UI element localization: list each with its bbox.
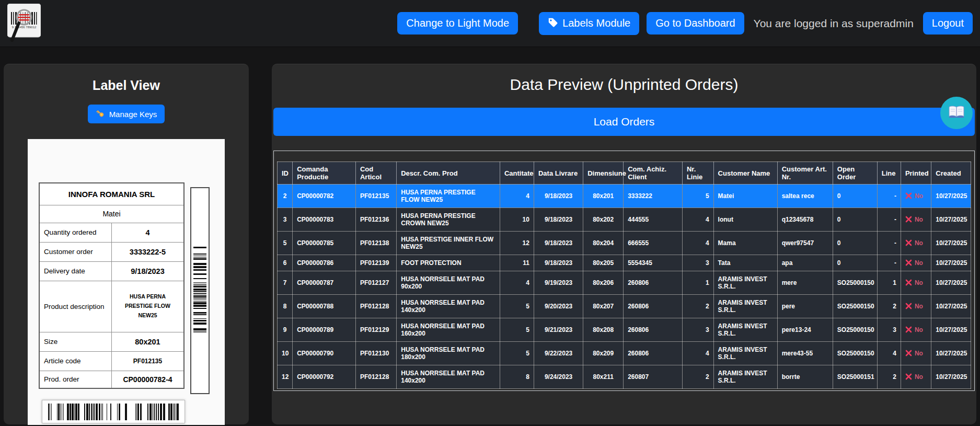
table-row[interactable]: 5CP00000785PF012138HUSA PRESTIGE INNER F… [278,232,971,255]
open-book-icon [948,105,965,121]
cell-cod: PF012128 [355,295,396,318]
laser-lines [18,14,30,21]
printed-status: No [901,255,931,271]
cell-descr: HUSA NORRSELE MAT PAD 140x200 [397,295,500,318]
x-icon [905,303,912,310]
cell-com_achiz: 5554345 [624,255,683,271]
cell-cod: PF012136 [355,208,396,232]
manage-keys-button[interactable]: Manage Keys [88,105,165,123]
table-row[interactable]: 10CP00000790PF012130HUSA NORRSELE MAT PA… [278,342,971,365]
cell-com_achiz: 3333222 [624,185,683,208]
cell-created: 10/27/2025 [931,271,971,295]
table-row[interactable]: 3CP00000783PF012136HUSA PERNA PRESTIGE C… [278,208,971,232]
label-field-name: Size [39,332,112,351]
cell-nr_linie: 5 [682,185,713,208]
dashboard-button[interactable]: Go to Dashboard [647,12,744,34]
printed-status: No [901,318,931,342]
cell-dimensiune: 80x204 [583,232,624,255]
cell-open_order: 0 [833,232,877,255]
table-row[interactable]: 12CP00000792PF012128HUSA NORRSELE MAT PA… [278,365,971,389]
table-header-row: IDComanda ProductieCod ArticolDescr. Com… [278,162,971,185]
labels-module-button[interactable]: Labels Module [539,12,639,35]
printed-label: No [915,192,923,200]
x-icon [905,239,912,247]
cell-id: 5 [278,232,293,255]
cell-cod: PF012129 [355,318,396,342]
cell-descr: HUSA PERNA PRESTIGE FLOW NEW25 [397,185,500,208]
cell-cod: PF012135 [355,185,396,208]
cell-open_order: SO25000150 [833,318,877,342]
label-field-name: Quantity ordered [39,223,112,242]
cell-open_order: SO25000150 [833,342,877,365]
cell-descr: HUSA NORRSELE MAT PAD 90x200 [397,271,500,295]
cell-comanda: CP00000783 [293,208,356,232]
label-customer: Matei [39,205,184,223]
cell-id: 6 [278,255,293,271]
cell-created: 10/27/2025 [931,365,971,389]
column-header: Nr. Linie [682,162,713,185]
cell-created: 10/27/2025 [931,342,971,365]
cell-comanda: CP00000787 [293,271,356,295]
cell-created: 10/27/2025 [931,318,971,342]
printed-label: No [915,216,923,223]
cell-cantitate: 8 [500,365,534,389]
printed-status: No [901,271,931,295]
load-orders-button[interactable]: Load Orders [273,108,975,136]
data-preview-panel: Data Preview (Unprinted Orders) Load Ord… [272,64,976,424]
cell-comanda: CP00000790 [293,342,356,365]
cell-com_achiz: 666555 [624,232,683,255]
logout-button[interactable]: Logout [923,12,973,34]
cell-com_achiz: 260806 [624,342,683,365]
cell-descr: FOOT PROTECTION [397,255,500,271]
cell-customer_name: ARAMIS INVEST S.R.L. [713,271,777,295]
cell-data_livrare: 9/18/2023 [534,185,583,208]
labels-module-label: Labels Module [562,17,630,29]
data-preview-title: Data Preview (Unprinted Orders) [273,76,975,94]
cell-line: - [877,255,901,271]
cell-open_order: SO25000151 [833,365,877,389]
cell-cantitate: 5 [500,295,534,318]
cell-data_livrare: 9/24/2023 [534,365,583,389]
cell-data_livrare: 9/20/2023 [534,295,583,318]
cell-descr: HUSA NORRSELE MAT PAD 180x200 [397,342,500,365]
cell-cantitate: 10 [500,208,534,232]
label-field-name: Delivery date [39,261,112,281]
printed-status: No [901,295,931,318]
cell-com_achiz: 260807 [624,365,683,389]
cell-com_achiz: 260806 [624,295,683,318]
docs-fab-button[interactable] [940,97,973,129]
printed-label: No [915,373,923,381]
cell-data_livrare: 9/19/2023 [534,271,583,295]
table-row[interactable]: 9CP00000789PF012129HUSA NORRSELE MAT PAD… [278,318,971,342]
column-header: Printed [901,162,931,185]
app-logo[interactable]: 9 123456 789012 [7,4,41,45]
printed-status: No [901,232,931,255]
horizontal-barcode [42,400,185,423]
cell-line: 1 [877,271,901,295]
cell-id: 2 [278,185,293,208]
cell-comanda: CP00000789 [293,318,356,342]
label-field-name: Article code [39,351,112,371]
cell-customer_art: borrte [777,365,833,389]
table-row[interactable]: 2CP00000782PF012135HUSA PERNA PRESTIGE F… [278,185,971,208]
cell-line: - [877,208,901,232]
cell-nr_linie: 2 [682,365,713,389]
printed-label: No [915,279,923,286]
cell-line: 2 [877,295,901,318]
cell-dimensiune: 80x201 [583,185,624,208]
printed-label: No [915,239,923,247]
cell-cantitate: 12 [500,232,534,255]
table-row[interactable]: 8CP00000788PF012128HUSA NORRSELE MAT PAD… [278,295,971,318]
cell-com_achiz: 260806 [624,318,683,342]
cell-customer_art: apa [777,255,833,271]
light-mode-button[interactable]: Change to Light Mode [397,12,518,34]
cell-nr_linie: 3 [682,318,713,342]
cell-open_order: SO25000150 [833,295,877,318]
table-row[interactable]: 6CP00000786PF012139FOOT PROTECTION119/18… [278,255,971,271]
table-row[interactable]: 7CP00000787PF012127HUSA NORRSELE MAT PAD… [278,271,971,295]
key-icon [96,109,105,119]
cell-descr: HUSA PERNA PRESTIGE CROWN NEW25 [397,208,500,232]
cell-customer_name: Mama [713,232,777,255]
printed-label: No [915,350,923,357]
cell-customer_name: ARAMIS INVEST S.R.L. [713,365,777,389]
